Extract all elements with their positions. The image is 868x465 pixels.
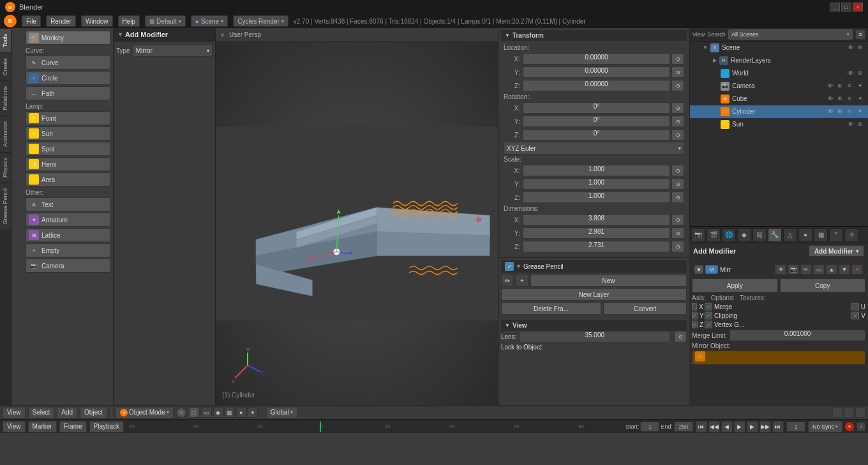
rot-z-copy[interactable]: ⊙	[671, 129, 684, 141]
cube-eye[interactable]: 👁	[827, 95, 835, 103]
outliner-sun-item[interactable]: ☀ Sun 👁 ⊕	[690, 118, 868, 131]
dim-y-input[interactable]: 2.981	[523, 227, 670, 239]
scene-selector[interactable]: ● Scene ▾	[191, 15, 228, 27]
shading-solid-btn[interactable]: ◆	[213, 408, 223, 418]
camera-render[interactable]: ⊕	[837, 82, 845, 90]
shading-texture-btn[interactable]: ▦	[225, 408, 235, 418]
sun-render[interactable]: ⊕	[858, 121, 865, 128]
current-frame-input[interactable]: 1	[786, 422, 805, 432]
monkey-button[interactable]: 🐒 Monkey	[26, 31, 110, 45]
area-button[interactable]: ▭ Area	[26, 172, 110, 187]
cylinder-eye[interactable]: 👁	[827, 108, 835, 116]
cylinder-render[interactable]: ⊕	[837, 108, 845, 116]
prop-physics-btn[interactable]: ⚛	[844, 228, 858, 242]
prop-particles-btn[interactable]: *	[829, 228, 843, 242]
mod-render-btn[interactable]: 📷	[788, 264, 799, 275]
object-menu-btn[interactable]: Object	[80, 407, 107, 418]
prop-modifiers-btn[interactable]: 🔧	[768, 228, 782, 242]
scale-y-copy[interactable]: ⊙	[671, 178, 684, 190]
dim-z-copy[interactable]: ⊙	[671, 241, 684, 252]
prop-obj-btn[interactable]: ◆	[737, 228, 751, 242]
cube-extra2[interactable]: ✦	[858, 95, 865, 103]
engine-selector[interactable]: Cycles Render ▾	[233, 15, 288, 27]
tab-relations[interactable]: Relations	[0, 80, 11, 116]
u-checkbox[interactable]	[851, 303, 859, 310]
lattice-button[interactable]: ⊞ Lattice	[26, 228, 110, 242]
scene-eye[interactable]: 👁	[848, 44, 855, 52]
dim-z-input[interactable]: 2.731	[523, 241, 670, 252]
spot-button[interactable]: ▽ Spot	[26, 142, 110, 156]
type-dropdown[interactable]: Mirror ▾	[133, 44, 213, 57]
maximize-btn[interactable]: □	[841, 3, 851, 11]
select-menu-btn[interactable]: Select	[28, 407, 55, 418]
timeline-marker-btn[interactable]: Marker	[28, 421, 57, 432]
scale-x-copy[interactable]: ⊙	[671, 165, 684, 176]
prop-scene-btn[interactable]: 🎬	[707, 228, 721, 242]
copy-btn[interactable]: Copy	[780, 278, 866, 293]
shading-render-btn[interactable]: ✦	[248, 408, 258, 418]
world-eye[interactable]: 👁	[848, 70, 855, 77]
timeline-frame-btn[interactable]: Frame	[59, 421, 87, 432]
add-modifier-dropdown[interactable]: Add Modifier ▾	[809, 245, 864, 257]
path-button[interactable]: — Path	[26, 86, 110, 100]
point-button[interactable]: ✦ Point	[26, 111, 110, 125]
x-axis-checkbox[interactable]	[692, 303, 697, 310]
gp-delete-btn[interactable]: Delete Fra...	[501, 302, 601, 315]
tab-grease-pencil[interactable]: Grease Pencil	[0, 183, 11, 230]
loc-z-input[interactable]: 0.00000	[523, 80, 670, 91]
render-menu[interactable]: Render	[46, 15, 76, 27]
rotation-mode-select[interactable]: XYZ Euler ▾	[504, 142, 684, 155]
gp-draw-btn[interactable]: ✏	[501, 274, 514, 287]
world-render[interactable]: ⊕	[858, 70, 865, 77]
z-axis-checkbox[interactable]	[692, 321, 698, 328]
proportional-btn[interactable]	[844, 408, 854, 418]
next-keyframe-btn[interactable]: ▶▶	[760, 421, 771, 432]
curve-button[interactable]: ∿ Curve	[26, 56, 110, 70]
modifier-icon[interactable]: M	[705, 265, 718, 274]
prop-render-btn[interactable]: 📷	[691, 228, 705, 242]
sync-dropdown[interactable]: No Sync ▾	[808, 421, 842, 432]
rot-z-input[interactable]: 0°	[523, 129, 670, 141]
viewport-shading-btn[interactable]: ○	[176, 408, 186, 418]
y-axis-checkbox[interactable]	[692, 312, 698, 319]
dim-x-input[interactable]: 3.808	[523, 214, 670, 225]
lens-copy[interactable]: ⊙	[674, 331, 687, 342]
object-mode-dropdown[interactable]: ◆ Object Mode ▾	[116, 407, 174, 418]
audio-btn[interactable]: ♪	[857, 422, 865, 431]
mirror-object-input[interactable]: ⬭	[692, 351, 865, 365]
outliner-world-item[interactable]: 🌐 World 👁 ⊕	[690, 67, 868, 80]
scale-y-input[interactable]: 1.000	[523, 178, 670, 190]
layout-selector[interactable]: ⊞ Default ▾	[145, 15, 186, 27]
outliner-scene-item[interactable]: ▼ S Scene 👁 ⊕	[690, 42, 868, 54]
gp-checkbox[interactable]: ✓	[505, 262, 514, 271]
cube-extra[interactable]: ≡	[848, 95, 855, 103]
viewport[interactable]: ▼ User Persp	[216, 28, 498, 405]
end-frame-input[interactable]: 250	[674, 422, 693, 432]
play-btn[interactable]: ▶	[734, 421, 745, 432]
prop-constraints-btn[interactable]: ⛓	[752, 228, 767, 242]
camera-extra[interactable]: ≡	[848, 82, 855, 90]
mod-delete-btn[interactable]: ×	[851, 264, 863, 275]
hemi-button[interactable]: ◑ Hemi	[26, 157, 110, 171]
mod-cage-btn[interactable]: ▭	[813, 264, 825, 275]
gp-convert-btn[interactable]: Convert	[603, 302, 687, 315]
camera-button[interactable]: 📷 Camera	[26, 259, 110, 273]
prop-data-btn[interactable]: △	[783, 228, 797, 242]
outliner-renderlayers-item[interactable]: ▶ R RenderLayers	[690, 54, 868, 67]
outliner-camera-item[interactable]: 📷 Camera 👁 ⊕ ≡ ✦	[690, 80, 868, 93]
camera-eye[interactable]: 👁	[827, 82, 835, 90]
outliner-settings-btn[interactable]: ≡	[855, 29, 865, 40]
sun-button[interactable]: ☀ Sun	[26, 126, 110, 141]
armature-button[interactable]: ✦ Armature	[26, 213, 110, 227]
prev-frame-btn[interactable]: ◀	[721, 421, 733, 432]
mod-down-btn[interactable]: ▼	[839, 264, 850, 275]
clipping-checkbox[interactable]	[705, 312, 712, 319]
global-local-dropdown[interactable]: Global ▾	[266, 407, 297, 418]
shading-material-btn[interactable]: ●	[236, 408, 246, 418]
dim-x-copy[interactable]: ⊙	[671, 214, 684, 225]
skip-start-btn[interactable]: ⏮	[696, 421, 707, 432]
add-menu-btn[interactable]: Add	[57, 407, 77, 418]
view-menu-btn[interactable]: View	[3, 407, 26, 418]
tab-create[interactable]: Create	[0, 52, 11, 80]
prev-keyframe-btn[interactable]: ◀◀	[708, 421, 720, 432]
